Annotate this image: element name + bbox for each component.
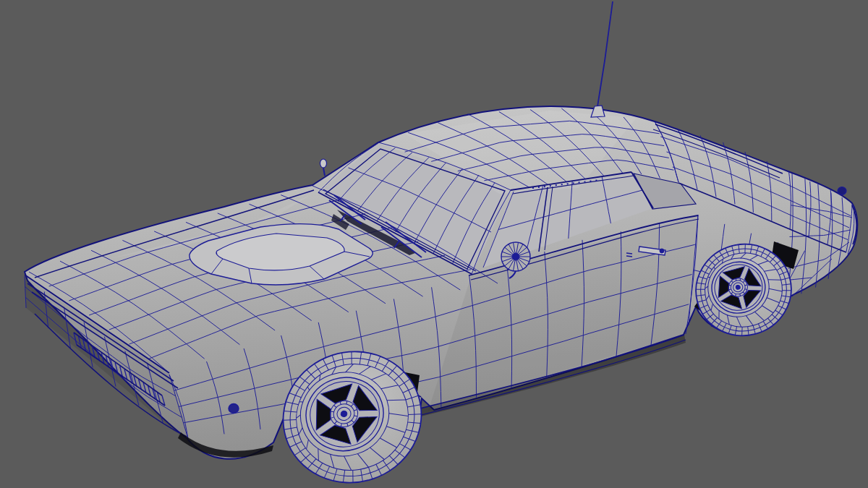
wireframe-car-scene bbox=[0, 0, 868, 488]
3d-viewport[interactable] bbox=[0, 0, 868, 488]
